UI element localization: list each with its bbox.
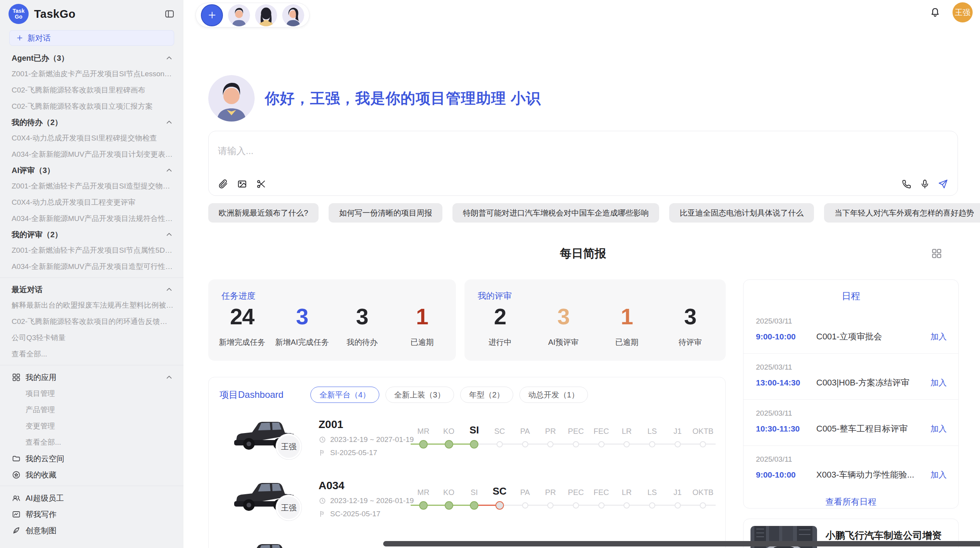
suggestion-chip[interactable]: 欧洲新规最近颁布了什么? (208, 203, 319, 223)
stat-card-title: 我的评审 (478, 290, 512, 302)
milestone-dot-cell (563, 497, 589, 514)
phone-icon[interactable] (901, 179, 912, 189)
milestone-dot (700, 441, 706, 447)
sidebar-item[interactable]: Z001-全新燃油轻卡产品开发项目SI节点属性5D文件评审 (0, 242, 183, 259)
chevron-up-icon[interactable] (165, 230, 173, 239)
vehicle-image (232, 537, 294, 548)
sidebar: TaskGo TaskGo 新对话 Agent已办（3）Z001-全新燃油皮卡产… (0, 0, 183, 548)
people-icon (12, 493, 21, 503)
send-icon[interactable] (938, 179, 948, 189)
sidebar-item[interactable]: A034-全新新能源MUV产品开发项目计划变更表编写 (0, 146, 183, 163)
app-logo: TaskGo (9, 4, 29, 24)
milestone-label: LS (639, 427, 665, 436)
sidebar-item[interactable]: A034-全新新能源MUV产品开发项目法规符合性评审 (0, 211, 183, 227)
layout-grid-icon[interactable] (931, 248, 942, 259)
sidebar-tool-item[interactable]: AI超级员工 (0, 490, 183, 506)
sidebar-item[interactable]: Z001-全新燃油轻卡产品开发项目SI造型提交物评审 (0, 178, 183, 194)
table-row[interactable]: 王强Z0012023-12-19 ~ 2027-01-19SI-2025-05-… (209, 410, 725, 471)
join-link[interactable]: 加入 (930, 331, 947, 342)
dashboard-filter[interactable]: 全新平台（4） (310, 387, 379, 403)
owner-badge: 王强 (276, 434, 302, 459)
recent-chat-item[interactable]: C02-飞腾新能源轻客改款项目的闭环通告反馈情况 (0, 313, 183, 330)
app-sub-item[interactable]: 查看全部... (0, 434, 183, 450)
sidebar-item-folder[interactable]: 我的云空间 (0, 450, 183, 467)
my-apps-label: 我的应用 (26, 372, 57, 383)
composer (208, 131, 958, 196)
chevron-up-icon[interactable] (165, 166, 173, 175)
sidebar-section-title[interactable]: 最近对话 (0, 282, 183, 297)
suggestion-chip[interactable]: 特朗普可能对进口汽车增税会对中国车企造成哪些影响 (452, 203, 659, 223)
scissors-icon[interactable] (256, 179, 266, 189)
stat-label: 新增完成任务 (212, 337, 272, 348)
sidebar-item-star[interactable]: 我的收藏 (0, 467, 183, 483)
briefing-header: 每日简报 (208, 244, 958, 263)
sidebar-section-title[interactable]: Agent已办（3） (0, 50, 183, 66)
sidebar-section-title[interactable]: 我的待办（2） (0, 115, 183, 130)
app-sub-item[interactable]: 项目管理 (0, 385, 183, 402)
milestone-dot (445, 501, 453, 510)
milestone-dot-cell (563, 436, 589, 453)
attach-icon[interactable] (218, 179, 228, 189)
milestone-dot-cell (589, 436, 614, 453)
content: 你好，王强，我是你的项目管理助理 小识 欧洲新规最近颁布了什么?如何写一份清晰的… (208, 0, 958, 548)
stat-value: 3 (658, 303, 722, 329)
chevron-up-icon[interactable] (165, 54, 173, 62)
sidebar-item[interactable]: Z001-全新燃油皮卡产品开发项目SI节点Lesson Learn报告 (0, 66, 183, 82)
chevron-up-icon[interactable] (165, 285, 173, 294)
chevron-up-icon[interactable] (165, 373, 173, 382)
dashboard-filter[interactable]: 全新上装（3） (385, 387, 454, 403)
milestone-dot (624, 441, 630, 447)
dashboard-filter[interactable]: 年型（2） (460, 387, 513, 403)
milestone-dot-cell (639, 436, 665, 453)
suggestion-chip[interactable]: 如何写一份清晰的项目周报 (329, 203, 442, 223)
sidebar-section-title[interactable]: AI评审（3） (0, 163, 183, 178)
horizontal-scrollbar[interactable] (383, 541, 980, 546)
collapse-sidebar-icon[interactable] (164, 9, 175, 19)
mic-icon[interactable] (920, 179, 930, 189)
milestone-dot (700, 502, 706, 509)
dashboard-filters: 全新平台（4）全新上装（3）年型（2）动总开发（1） (310, 387, 588, 403)
stat-card: 任务进度24新增完成任务3新增AI完成任务3我的待办1已逾期 (208, 279, 456, 361)
chat-input[interactable] (218, 142, 798, 160)
event-date: 2025/03/11 (756, 363, 947, 372)
join-link[interactable]: 加入 (930, 469, 947, 480)
table-row[interactable]: 王强A0342023-12-19 ~ 2026-01-19SC-2025-05-… (209, 471, 725, 532)
project-info: A0342023-12-19 ~ 2026-01-19SC-2025-05-17 (319, 480, 414, 518)
milestone-dots (411, 497, 716, 514)
view-all-schedule-link[interactable]: 查看所有日程 (744, 496, 958, 508)
clock-icon (319, 436, 326, 444)
view-all-chats-link[interactable]: 查看全部... (0, 346, 183, 362)
join-link[interactable]: 加入 (930, 423, 947, 434)
stat: 2进行中 (468, 303, 532, 348)
recent-chat-item[interactable]: 解释最新出台的欧盟报废车法规再生塑料比例被调至15%... (0, 297, 183, 313)
sidebar-item[interactable]: C02-飞腾新能源轻客改款项目立项汇报方案 (0, 98, 183, 115)
join-link[interactable]: 加入 (930, 377, 947, 388)
dashboard-filter[interactable]: 动总开发（1） (519, 387, 588, 403)
suggestion-chip[interactable]: 当下年轻人对汽车外观有怎样的喜好趋势 (824, 203, 980, 223)
sidebar-tool-item[interactable]: 创意制图 (0, 522, 183, 539)
app-sub-item[interactable]: 变更管理 (0, 418, 183, 434)
milestone-dot-cell (436, 436, 462, 453)
chevron-up-icon[interactable] (165, 118, 173, 127)
sidebar-item[interactable]: A034-全新新能源MUV产品开发项目造型可行性评审 (0, 259, 183, 275)
milestone-dot (497, 441, 503, 447)
event-time: 9:00-10:00 (756, 470, 816, 480)
recent-chat-item[interactable]: 公司Q3轻卡销量 (0, 330, 183, 346)
sidebar-item[interactable]: C0X4-动力总成开发项目SI里程碑提交物检查 (0, 130, 183, 146)
sidebar-item[interactable]: C02-飞腾新能源轻客改款项目里程碑画布 (0, 82, 183, 98)
sidebar-section-title[interactable]: 我的评审（2） (0, 227, 183, 242)
stat-value: 1 (595, 303, 659, 329)
sidebar-item[interactable]: C0X4-动力总成开发项目工程变更评审 (0, 194, 183, 211)
milestone-dot-cell (665, 436, 690, 453)
sidebar-item-my-apps[interactable]: 我的应用 (0, 369, 183, 385)
milestone-dot-cell (461, 436, 487, 453)
new-chat-button[interactable]: 新对话 (9, 30, 174, 46)
greeting: 你好，王强，我是你的项目管理助理 小识 (208, 75, 541, 122)
milestone-label: PR (538, 427, 563, 436)
app-sub-item[interactable]: 产品管理 (0, 402, 183, 418)
suggestion-chip[interactable]: 比亚迪全固态电池计划具体说了什么 (669, 203, 814, 223)
sidebar-tool-item[interactable]: 帮我写作 (0, 506, 183, 522)
star-icon (12, 470, 21, 480)
image-icon[interactable] (237, 179, 247, 189)
news-title: 小鹏飞行汽车制造公司增资 (826, 529, 951, 542)
